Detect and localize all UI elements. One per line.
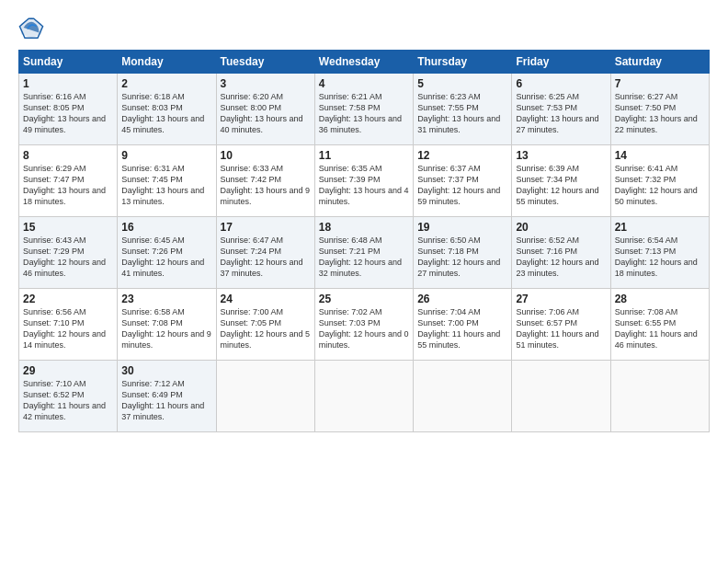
calendar-cell: 3Sunrise: 6:20 AMSunset: 8:00 PMDaylight… <box>216 74 314 145</box>
calendar-cell: 15Sunrise: 6:43 AMSunset: 7:29 PMDayligh… <box>19 217 118 289</box>
day-number: 6 <box>516 77 606 90</box>
day-number: 24 <box>221 293 311 305</box>
day-info: Sunrise: 7:04 AMSunset: 7:00 PMDaylight:… <box>417 307 500 350</box>
day-number: 14 <box>615 149 705 162</box>
day-info: Sunrise: 6:21 AMSunset: 7:58 PMDaylight:… <box>319 92 402 134</box>
day-info: Sunrise: 6:47 AMSunset: 7:24 PMDaylight:… <box>221 236 303 278</box>
day-info: Sunrise: 7:02 AMSunset: 7:03 PMDaylight:… <box>319 307 409 350</box>
weekday-header: Friday <box>512 51 610 74</box>
day-number: 21 <box>615 221 705 234</box>
calendar-cell <box>216 361 314 432</box>
day-number: 2 <box>121 77 211 90</box>
day-info: Sunrise: 6:27 AMSunset: 7:50 PMDaylight:… <box>615 92 698 134</box>
day-number: 17 <box>221 221 311 234</box>
calendar-cell: 24Sunrise: 7:00 AMSunset: 7:05 PMDayligh… <box>216 289 314 361</box>
day-number: 9 <box>121 149 211 162</box>
calendar-week-row: 8Sunrise: 6:29 AMSunset: 7:47 PMDaylight… <box>19 145 710 217</box>
calendar-cell: 28Sunrise: 7:08 AMSunset: 6:55 PMDayligh… <box>610 289 709 361</box>
calendar-cell: 27Sunrise: 7:06 AMSunset: 6:57 PMDayligh… <box>512 289 610 361</box>
day-number: 13 <box>516 149 606 162</box>
day-number: 8 <box>23 149 113 162</box>
calendar-week-row: 1Sunrise: 6:16 AMSunset: 8:05 PMDaylight… <box>19 74 710 145</box>
day-info: Sunrise: 7:06 AMSunset: 6:57 PMDaylight:… <box>516 307 598 350</box>
day-number: 28 <box>615 293 705 305</box>
day-number: 19 <box>417 221 507 234</box>
calendar-cell: 7Sunrise: 6:27 AMSunset: 7:50 PMDaylight… <box>610 74 709 145</box>
day-info: Sunrise: 6:41 AMSunset: 7:32 PMDaylight:… <box>615 164 698 206</box>
calendar-cell: 14Sunrise: 6:41 AMSunset: 7:32 PMDayligh… <box>610 145 709 217</box>
header <box>18 15 710 40</box>
day-number: 4 <box>319 77 409 90</box>
weekday-header: Saturday <box>610 51 709 74</box>
calendar-cell: 1Sunrise: 6:16 AMSunset: 8:05 PMDaylight… <box>19 74 118 145</box>
calendar-cell: 12Sunrise: 6:37 AMSunset: 7:37 PMDayligh… <box>414 145 512 217</box>
day-info: Sunrise: 6:23 AMSunset: 7:55 PMDaylight:… <box>417 92 500 134</box>
calendar-cell <box>512 361 610 432</box>
calendar-week-row: 29Sunrise: 7:10 AMSunset: 6:52 PMDayligh… <box>19 361 710 432</box>
calendar-cell <box>414 361 512 432</box>
day-info: Sunrise: 6:39 AMSunset: 7:34 PMDaylight:… <box>516 164 598 206</box>
weekday-header: Tuesday <box>216 51 314 74</box>
day-info: Sunrise: 6:58 AMSunset: 7:08 PMDaylight:… <box>121 307 211 350</box>
day-info: Sunrise: 6:52 AMSunset: 7:16 PMDaylight:… <box>516 236 598 278</box>
day-number: 1 <box>23 77 113 90</box>
calendar-cell: 30Sunrise: 7:12 AMSunset: 6:49 PMDayligh… <box>118 361 216 432</box>
logo-icon <box>18 15 44 40</box>
day-number: 11 <box>319 149 409 162</box>
day-info: Sunrise: 6:37 AMSunset: 7:37 PMDaylight:… <box>417 164 500 206</box>
day-number: 26 <box>417 293 507 305</box>
page: SundayMondayTuesdayWednesdayThursdayFrid… <box>0 0 728 442</box>
day-info: Sunrise: 6:54 AMSunset: 7:13 PMDaylight:… <box>615 236 698 278</box>
weekday-header: Sunday <box>19 51 118 74</box>
calendar-week-row: 15Sunrise: 6:43 AMSunset: 7:29 PMDayligh… <box>19 217 710 289</box>
day-number: 23 <box>121 293 211 305</box>
calendar-table: SundayMondayTuesdayWednesdayThursdayFrid… <box>18 50 710 432</box>
day-number: 3 <box>221 77 311 90</box>
day-number: 18 <box>319 221 409 234</box>
calendar-cell: 8Sunrise: 6:29 AMSunset: 7:47 PMDaylight… <box>19 145 118 217</box>
weekday-header: Monday <box>118 51 216 74</box>
calendar-cell: 5Sunrise: 6:23 AMSunset: 7:55 PMDaylight… <box>414 74 512 145</box>
calendar-cell: 25Sunrise: 7:02 AMSunset: 7:03 PMDayligh… <box>314 289 413 361</box>
day-number: 12 <box>417 149 507 162</box>
day-info: Sunrise: 7:00 AMSunset: 7:05 PMDaylight:… <box>221 307 311 350</box>
day-number: 20 <box>516 221 606 234</box>
day-number: 25 <box>319 293 409 305</box>
day-info: Sunrise: 6:25 AMSunset: 7:53 PMDaylight:… <box>516 92 598 134</box>
calendar-cell: 9Sunrise: 6:31 AMSunset: 7:45 PMDaylight… <box>118 145 216 217</box>
calendar-cell: 19Sunrise: 6:50 AMSunset: 7:18 PMDayligh… <box>414 217 512 289</box>
day-number: 22 <box>23 293 113 305</box>
day-info: Sunrise: 6:20 AMSunset: 8:00 PMDaylight:… <box>221 92 303 134</box>
day-info: Sunrise: 6:48 AMSunset: 7:21 PMDaylight:… <box>319 236 402 278</box>
day-info: Sunrise: 6:33 AMSunset: 7:42 PMDaylight:… <box>221 164 311 206</box>
calendar-week-row: 22Sunrise: 6:56 AMSunset: 7:10 PMDayligh… <box>19 289 710 361</box>
weekday-header: Wednesday <box>314 51 413 74</box>
day-number: 5 <box>417 77 507 90</box>
day-info: Sunrise: 6:18 AMSunset: 8:03 PMDaylight:… <box>121 92 204 134</box>
calendar-cell: 21Sunrise: 6:54 AMSunset: 7:13 PMDayligh… <box>610 217 709 289</box>
day-info: Sunrise: 6:16 AMSunset: 8:05 PMDaylight:… <box>23 92 106 134</box>
calendar-cell: 26Sunrise: 7:04 AMSunset: 7:00 PMDayligh… <box>414 289 512 361</box>
day-info: Sunrise: 7:08 AMSunset: 6:55 PMDaylight:… <box>615 307 698 350</box>
logo <box>18 15 48 40</box>
day-info: Sunrise: 7:10 AMSunset: 6:52 PMDaylight:… <box>23 379 106 421</box>
day-number: 7 <box>615 77 705 90</box>
calendar-cell: 18Sunrise: 6:48 AMSunset: 7:21 PMDayligh… <box>314 217 413 289</box>
day-number: 15 <box>23 221 113 234</box>
calendar-cell: 23Sunrise: 6:58 AMSunset: 7:08 PMDayligh… <box>118 289 216 361</box>
day-info: Sunrise: 6:45 AMSunset: 7:26 PMDaylight:… <box>121 236 204 278</box>
calendar-cell: 11Sunrise: 6:35 AMSunset: 7:39 PMDayligh… <box>314 145 413 217</box>
day-info: Sunrise: 7:12 AMSunset: 6:49 PMDaylight:… <box>121 379 204 421</box>
calendar-cell: 2Sunrise: 6:18 AMSunset: 8:03 PMDaylight… <box>118 74 216 145</box>
day-info: Sunrise: 6:35 AMSunset: 7:39 PMDaylight:… <box>319 164 409 206</box>
day-number: 27 <box>516 293 606 305</box>
day-info: Sunrise: 6:31 AMSunset: 7:45 PMDaylight:… <box>121 164 204 206</box>
day-number: 10 <box>221 149 311 162</box>
day-number: 16 <box>121 221 211 234</box>
day-info: Sunrise: 6:56 AMSunset: 7:10 PMDaylight:… <box>23 307 106 350</box>
day-number: 30 <box>121 364 211 377</box>
calendar-cell: 22Sunrise: 6:56 AMSunset: 7:10 PMDayligh… <box>19 289 118 361</box>
calendar-cell <box>314 361 413 432</box>
day-number: 29 <box>23 364 113 377</box>
day-info: Sunrise: 6:43 AMSunset: 7:29 PMDaylight:… <box>23 236 106 278</box>
